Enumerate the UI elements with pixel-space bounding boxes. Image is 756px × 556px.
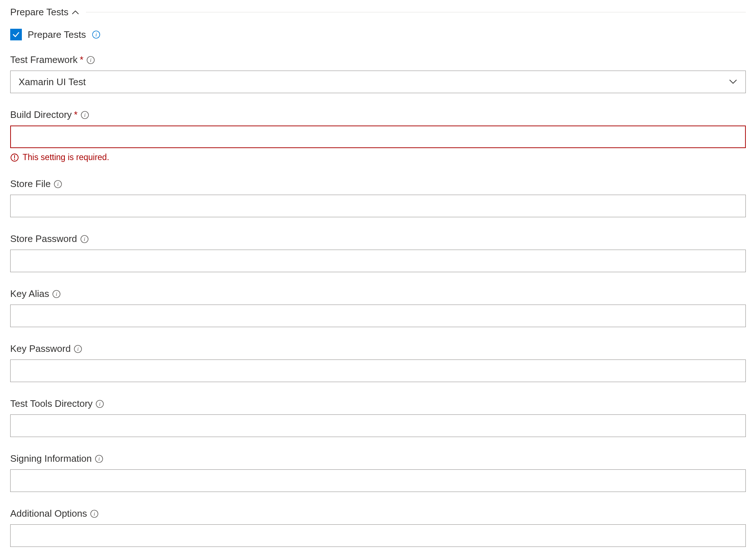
test-tools-directory-label: Test Tools Directory <box>10 398 92 409</box>
signing-information-input[interactable] <box>10 469 746 492</box>
test-tools-directory-label-row: Test Tools Directory i <box>10 398 746 409</box>
svg-text:i: i <box>90 57 91 63</box>
required-asterisk: * <box>74 109 78 120</box>
error-icon <box>10 153 19 162</box>
signing-information-label-row: Signing Information i <box>10 453 746 464</box>
build-directory-label-row: Build Directory * i <box>10 109 746 120</box>
store-file-label: Store File <box>10 178 51 190</box>
key-password-input[interactable] <box>10 360 746 382</box>
info-icon[interactable]: i <box>95 454 103 463</box>
info-icon[interactable]: i <box>80 235 89 243</box>
svg-text:i: i <box>94 511 95 517</box>
info-icon[interactable]: i <box>52 290 61 298</box>
signing-information-label: Signing Information <box>10 453 92 464</box>
build-directory-error-row: This setting is required. <box>10 152 746 162</box>
key-alias-label-row: Key Alias i <box>10 288 746 299</box>
required-asterisk: * <box>80 54 83 65</box>
info-icon[interactable]: i <box>86 56 95 64</box>
signing-information-group: Signing Information i <box>10 453 746 492</box>
info-icon[interactable]: i <box>92 30 101 39</box>
info-icon[interactable]: i <box>80 111 89 119</box>
build-directory-error-text: This setting is required. <box>23 152 109 162</box>
build-directory-input[interactable] <box>10 126 746 148</box>
svg-text:i: i <box>98 456 100 462</box>
store-password-input[interactable] <box>10 250 746 272</box>
svg-text:i: i <box>56 291 57 297</box>
key-alias-group: Key Alias i <box>10 288 746 327</box>
svg-text:i: i <box>83 236 85 242</box>
info-icon[interactable]: i <box>54 180 62 188</box>
prepare-tests-checkbox-row: Prepare Tests i <box>10 29 746 40</box>
prepare-tests-checkbox-label: Prepare Tests <box>28 29 86 40</box>
test-tools-directory-group: Test Tools Directory i <box>10 398 746 437</box>
svg-text:i: i <box>95 32 97 37</box>
additional-options-label: Additional Options <box>10 508 87 519</box>
section-title: Prepare Tests <box>10 7 68 18</box>
store-file-label-row: Store File i <box>10 178 746 190</box>
key-alias-label: Key Alias <box>10 288 49 299</box>
prepare-tests-checkbox[interactable] <box>10 29 22 40</box>
svg-text:i: i <box>57 181 59 187</box>
info-icon[interactable]: i <box>74 345 82 353</box>
test-framework-group: Test Framework * i <box>10 54 746 93</box>
additional-options-label-row: Additional Options i <box>10 508 746 519</box>
section-header[interactable]: Prepare Tests <box>10 7 746 18</box>
key-password-label: Key Password <box>10 343 71 354</box>
test-framework-label-row: Test Framework * i <box>10 54 746 65</box>
key-password-group: Key Password i <box>10 343 746 382</box>
build-directory-group: Build Directory * i This setting is requ… <box>10 109 746 162</box>
svg-text:i: i <box>99 401 101 407</box>
store-password-group: Store Password i <box>10 233 746 272</box>
store-file-input[interactable] <box>10 195 746 217</box>
additional-options-input[interactable] <box>10 524 746 547</box>
key-password-label-row: Key Password i <box>10 343 746 354</box>
form-container: Prepare Tests Prepare Tests i Test Frame… <box>0 0 756 556</box>
test-framework-select-wrapper <box>10 71 746 93</box>
additional-options-group: Additional Options i <box>10 508 746 547</box>
test-framework-select[interactable] <box>10 71 746 93</box>
svg-text:i: i <box>77 346 79 352</box>
info-icon[interactable]: i <box>90 509 99 518</box>
store-file-group: Store File i <box>10 178 746 217</box>
svg-text:i: i <box>84 112 86 118</box>
section-divider <box>86 12 746 12</box>
test-tools-directory-input[interactable] <box>10 414 746 437</box>
info-icon[interactable]: i <box>95 400 104 408</box>
test-framework-label: Test Framework <box>10 54 78 65</box>
build-directory-label: Build Directory <box>10 109 72 120</box>
key-alias-input[interactable] <box>10 305 746 327</box>
chevron-up-icon <box>72 9 79 16</box>
store-password-label-row: Store Password i <box>10 233 746 245</box>
store-password-label: Store Password <box>10 233 77 245</box>
svg-point-8 <box>14 159 15 160</box>
